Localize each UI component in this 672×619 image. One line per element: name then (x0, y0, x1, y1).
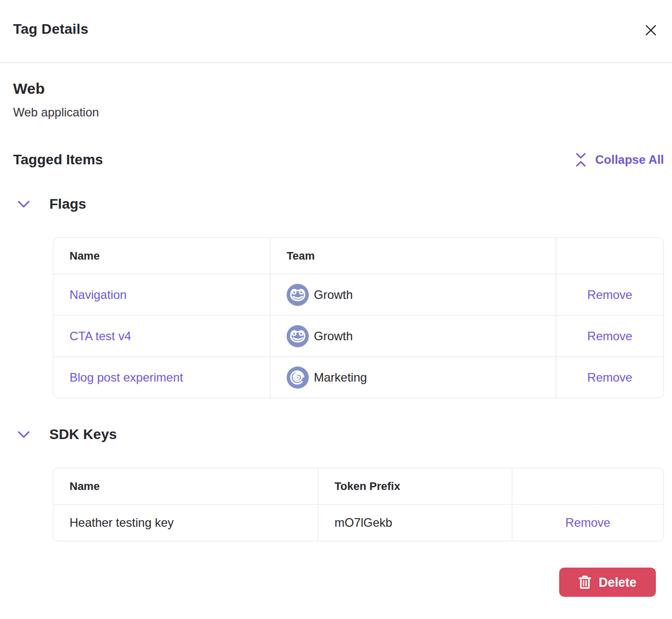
flags-table: Name Team Navigation GrowthRemoveCTA tes… (53, 237, 664, 398)
column-header-team: Team (270, 238, 556, 274)
section-sdk-keys-header: SDK Keys (13, 426, 664, 443)
column-header-name: Name (53, 238, 270, 274)
close-icon (644, 23, 658, 37)
flag-name-link[interactable]: Blog post experiment (70, 370, 183, 385)
tag-details-modal: Tag Details Web Web application Tagged I… (0, 0, 672, 619)
sdk-keys-table-header: Name Token Prefix (53, 468, 663, 504)
team: Growth (287, 325, 353, 347)
column-header-token-prefix: Token Prefix (318, 468, 512, 504)
collapse-icon (574, 152, 587, 167)
delete-label: Delete (598, 575, 636, 590)
column-header-action (512, 468, 663, 504)
section-sdk-keys-title: SDK Keys (49, 426, 117, 443)
sdk-keys-table: Name Token Prefix Heather testing keymO7… (53, 468, 664, 541)
column-header-name: Name (53, 468, 318, 504)
flag-name-link[interactable]: Navigation (70, 288, 126, 302)
flags-collapse-toggle[interactable] (17, 197, 35, 212)
modal-header: Tag Details (0, 0, 672, 63)
action-cell: Remove (556, 274, 663, 315)
team-cell: Growth (270, 316, 556, 356)
action-cell: Remove (512, 505, 663, 541)
flag-name-cell: Blog post experiment (53, 357, 270, 398)
tag-description: Web application (13, 105, 664, 119)
collapse-all-button[interactable]: Collapse All (574, 152, 664, 167)
collapse-all-label: Collapse All (595, 153, 664, 167)
sdk-keys-collapse-toggle[interactable] (17, 427, 35, 442)
remove-link[interactable]: Remove (587, 329, 632, 343)
flag-name-cell: Navigation (53, 274, 270, 315)
team: Marketing (287, 366, 367, 389)
token-prefix: mO7lGekb (334, 516, 392, 530)
flag-name-link[interactable]: CTA test v4 (70, 329, 131, 343)
tagged-items-heading: Tagged Items (13, 152, 103, 168)
team-name: Growth (314, 329, 353, 343)
table-row: Navigation GrowthRemove (53, 274, 663, 315)
table-row: Blog post experiment MarketingRemove (53, 356, 663, 398)
close-button[interactable] (643, 22, 659, 38)
delete-button[interactable]: Delete (559, 568, 656, 597)
action-cell: Remove (556, 357, 663, 398)
remove-link[interactable]: Remove (587, 288, 632, 302)
frog-icon (287, 325, 309, 347)
tag-name: Web (13, 80, 664, 97)
team-name: Marketing (314, 370, 367, 385)
remove-link[interactable]: Remove (587, 370, 632, 385)
spiral-icon (287, 366, 309, 389)
table-row: Heather testing keymO7lGekbRemove (53, 504, 663, 541)
frog-icon (287, 284, 309, 306)
sdk-key-name: Heather testing key (70, 516, 174, 530)
section-flags-title: Flags (49, 196, 86, 212)
column-header-action (556, 238, 663, 274)
team: Growth (287, 284, 353, 306)
table-row: CTA test v4 GrowthRemove (53, 315, 663, 356)
modal-title: Tag Details (13, 21, 659, 37)
chevron-down-icon (17, 200, 30, 208)
section-flags-header: Flags (13, 196, 664, 212)
action-cell: Remove (556, 316, 663, 356)
team-cell: Marketing (270, 357, 556, 398)
remove-link[interactable]: Remove (565, 516, 610, 530)
chevron-down-icon (17, 430, 30, 439)
token-prefix-cell: mO7lGekb (318, 505, 512, 541)
team-cell: Growth (270, 274, 556, 315)
sdk-key-name-cell: Heather testing key (53, 505, 318, 541)
trash-icon (578, 575, 591, 589)
flags-table-header: Name Team (53, 238, 663, 274)
flag-name-cell: CTA test v4 (53, 316, 270, 356)
team-name: Growth (314, 288, 353, 302)
